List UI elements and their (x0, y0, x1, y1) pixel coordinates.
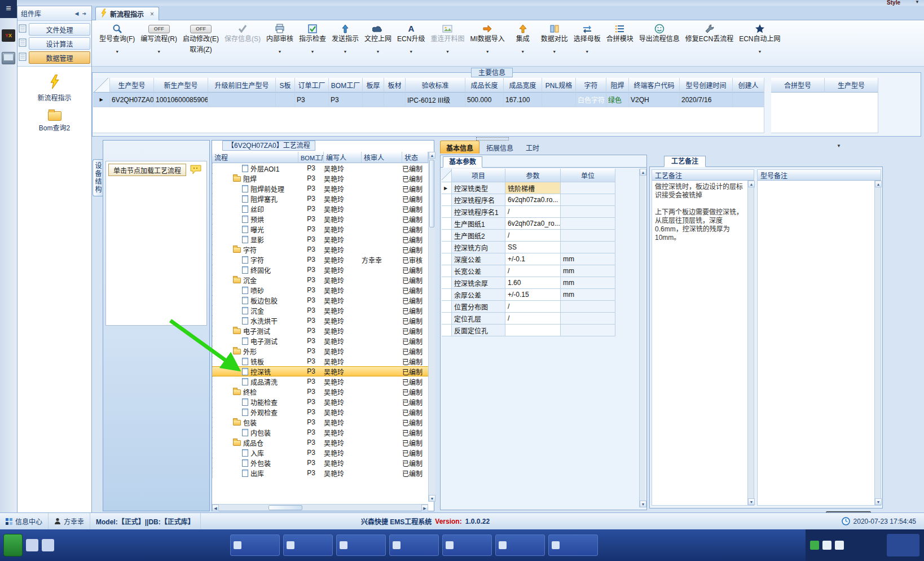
toolbar-button-8[interactable]: AECN升级▼ (394, 23, 428, 54)
taskbar-window-button-1[interactable] (283, 534, 333, 556)
toolbar-button-15[interactable]: 导出流程信息 (636, 23, 683, 43)
flow-tree-row-19[interactable]: 铣板P3吴艳玲已编制 (212, 356, 428, 366)
flow-tree-row-9[interactable]: 字符P3吴艳玲方幸幸已审核 (212, 255, 428, 265)
flow-tree-row-7[interactable]: 显影P3吴艳玲已编制 (212, 234, 428, 244)
dropdown-caret-icon[interactable]: ▼ (758, 50, 762, 54)
flow-tree-row-17[interactable]: 电子测试P3吴艳玲已编制 (212, 336, 428, 346)
param-row-10[interactable]: 位置分布图/ (442, 301, 615, 313)
param-column-header-1[interactable]: 参数 (505, 169, 561, 182)
tab-2[interactable]: 工时 (520, 141, 545, 154)
param-row-9[interactable]: 余厚公差+/-0.15mm (442, 289, 615, 301)
toolbar-button-0[interactable]: 型号查询(F)▼ (96, 23, 138, 54)
dropdown-caret-icon[interactable]: ▼ (446, 50, 450, 54)
style-dropdown-caret[interactable]: ▼ (915, 0, 919, 5)
scroll-down-icon[interactable]: ▼ (640, 501, 646, 507)
screenshot-tool-icon[interactable] (2, 52, 15, 64)
pin-panel-icon[interactable]: ➜ (80, 11, 88, 16)
flow-tree-row-0[interactable]: 外层AOI1P3吴艳玲已编制 (212, 163, 428, 173)
dropdown-caret-icon[interactable]: ▼ (552, 50, 556, 54)
dropdown-caret-icon[interactable]: ▼ (376, 50, 380, 54)
toolbar-button-4[interactable]: 内部审核▼ (263, 23, 296, 54)
flow-tree-row-2[interactable]: 阻焊前处理P3吴艳玲已编制 (212, 183, 428, 194)
column-header-0[interactable]: 生产型号 (110, 78, 154, 93)
model-remarks-text[interactable] (758, 181, 881, 185)
flow-tree-row-26[interactable]: 内包装P3吴艳玲已编制 (212, 427, 428, 437)
load-process-flow-button[interactable]: 单击节点加载工艺流程 (108, 164, 186, 176)
dropdown-caret-icon[interactable]: ▼ (521, 50, 525, 54)
dropdown-caret-icon[interactable]: ▼ (486, 50, 490, 54)
flow-tree-row-21[interactable]: 成品清洗P3吴艳玲已编制 (212, 376, 428, 387)
sidebar-item-2[interactable]: 数据管理 (19, 51, 90, 64)
flow-tree-row-5[interactable]: 预烘P3吴艳玲已编制 (212, 214, 428, 224)
flow-tree-row-20[interactable]: 控深铣P3吴艳玲已编制 (212, 366, 428, 376)
scroll-left-icon[interactable]: ◀ (212, 505, 219, 511)
tab-0[interactable]: 基本信息 (440, 141, 479, 154)
sidebar-item-1[interactable]: 设计算法 (19, 37, 90, 50)
collapse-panel-caret[interactable]: ▼ (837, 143, 841, 148)
scroll-thumb[interactable] (429, 160, 434, 227)
toolbar-button-17[interactable]: ECN自动上网▼ (736, 23, 783, 54)
param-row-2[interactable]: 控深铣程序名1/ (442, 206, 615, 218)
scroll-down-icon[interactable]: ▼ (429, 495, 435, 502)
toolbar-button-13[interactable]: 选择母板▼ (571, 23, 604, 54)
param-value-cell[interactable]: / (505, 206, 561, 218)
taskbar-window-button-5[interactable] (495, 534, 545, 556)
tree-column-header-4[interactable]: 状态 (402, 152, 428, 163)
column-header-13[interactable]: 阻焊 (606, 78, 629, 93)
column-header-4[interactable]: 订单工厂 (295, 78, 329, 93)
flow-tree-row-24[interactable]: 外观检查P3吴艳玲已编制 (212, 407, 428, 417)
dropdown-caret-icon[interactable]: ▼ (115, 50, 119, 54)
param-value-cell[interactable]: SS (505, 242, 561, 253)
param-value-cell[interactable] (505, 325, 561, 336)
flow-tree-row-27[interactable]: 成品仓P3吴艳玲已编制 (212, 437, 428, 448)
param-value-cell[interactable]: / (505, 230, 561, 242)
quick-launch-icon[interactable] (26, 539, 38, 551)
off-toggle[interactable]: OFF (148, 25, 170, 33)
toolbar-button-5[interactable]: 指示检查▼ (296, 23, 329, 54)
param-value-cell[interactable]: / (505, 313, 561, 325)
toolbar-button-1[interactable]: OFF编写流程(R)▼ (138, 23, 180, 54)
param-column-header-2[interactable]: 单位 (561, 169, 615, 182)
toolbar-button-9[interactable]: 重连开料图▼ (428, 23, 467, 54)
remarks-scrollbar[interactable]: ▲ ▼ (874, 181, 881, 505)
scroll-right-icon[interactable]: ▶ (421, 505, 428, 511)
column-header-11[interactable]: PNL规格 (542, 78, 576, 93)
dropdown-caret-icon[interactable]: ▼ (409, 50, 413, 54)
toolbar-button-7[interactable]: 文控上网▼ (362, 23, 394, 54)
tab-process-remarks[interactable]: 工艺备注 (664, 156, 706, 167)
param-row-8[interactable]: 控深铣余厚1.60mm (442, 277, 615, 289)
dropdown-caret-icon[interactable]: ▼ (157, 50, 161, 54)
taskbar-window-button-6[interactable] (548, 534, 598, 556)
sidebar-item-0[interactable]: 文件处理 (19, 23, 90, 36)
remarks-scrollbar[interactable]: ▲ ▼ (747, 181, 754, 505)
toolbar-button-16[interactable]: 修复ECN丢流程 (683, 23, 736, 43)
flow-tree-row-4[interactable]: 丝印P3吴艳玲已编制 (212, 204, 428, 214)
flow-tree-row-15[interactable]: 水洗烘干P3吴艳玲已编制 (212, 315, 428, 326)
flow-tree-row-1[interactable]: 阻焊P3吴艳玲已编制 (212, 173, 428, 183)
param-row-1[interactable]: 控深铣程序名6v2qh07za0.ro... (442, 194, 615, 206)
column-header-1[interactable]: 新生产型号 (154, 78, 208, 93)
flow-tree-row-25[interactable]: 包装P3吴艳玲已编制 (212, 417, 428, 427)
param-row-12[interactable]: 反面定位孔 (442, 325, 615, 336)
param-value-cell[interactable]: +/-0.1 (505, 253, 561, 265)
tree-horizontal-scrollbar[interactable]: ◀ ▶ (212, 504, 428, 511)
flow-tree-row-6[interactable]: 曝光P3吴艳玲已编制 (212, 224, 428, 234)
tree-column-header-1[interactable]: BOM工厂 (298, 152, 324, 163)
dropdown-caret-icon[interactable]: ▼ (344, 50, 347, 54)
column-header-10[interactable]: 成品宽度 (504, 78, 542, 93)
scroll-thumb[interactable] (269, 505, 302, 510)
flow-tree-row-30[interactable]: 出库P3吴艳玲已编制 (212, 468, 428, 478)
column-header-5[interactable]: BOM工厂 (329, 78, 363, 93)
toolbar-button-12[interactable]: 数据对比▼ (538, 23, 571, 54)
param-row-6[interactable]: 深度公差+/-0.1mm (442, 253, 615, 265)
column-header-8[interactable]: 验收标准 (406, 78, 465, 93)
toolbar-button-6[interactable]: 发送指示▼ (329, 23, 362, 54)
taskbar-window-button-4[interactable] (442, 534, 492, 556)
flow-tree-row-11[interactable]: 沉金P3吴艳玲已编制 (212, 275, 428, 285)
tray-icon[interactable] (810, 541, 819, 550)
flow-tree-row-13[interactable]: 板边包胶P3吴艳玲已编制 (212, 295, 428, 305)
merge-column-header-0[interactable]: 合拼型号 (771, 78, 825, 93)
toolbar-button-10[interactable]: MI数据导入▼ (467, 23, 507, 54)
flow-tree-row-22[interactable]: 终检P3吴艳玲已编制 (212, 387, 428, 397)
collapse-left-icon[interactable]: ◀ (73, 11, 81, 16)
